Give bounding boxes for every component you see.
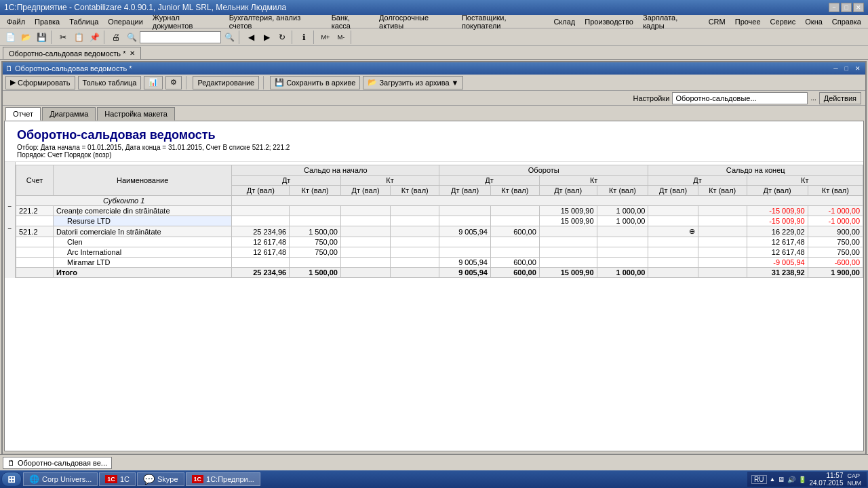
table-only-button[interactable]: Только таблица (78, 76, 142, 89)
close-button[interactable]: ✕ (853, 3, 864, 12)
minimize-button[interactable]: − (829, 3, 840, 12)
menu-bank[interactable]: Банк, касса (328, 13, 374, 30)
account-cell (16, 216, 54, 226)
tb-preview[interactable]: 🔍 (124, 30, 139, 45)
tab-report[interactable]: Отчет (5, 107, 41, 121)
t-dt-val: 600,00 (490, 226, 539, 237)
1c-icon: 1С (105, 475, 117, 483)
tb-forward[interactable]: ▶ (259, 30, 274, 45)
collapse-221-icon[interactable]: − (8, 203, 12, 210)
tb-m-plus[interactable]: M+ (318, 30, 333, 45)
tab-chart[interactable]: Диаграмма (42, 107, 96, 121)
settings-input[interactable] (672, 92, 808, 104)
tb-info[interactable]: ℹ (296, 30, 311, 45)
window-max[interactable]: □ (843, 65, 850, 72)
col-turnovers: Обороты (439, 165, 648, 176)
menu-production[interactable]: Производство (580, 17, 637, 26)
ss-dt-val: 750,00 (290, 247, 341, 258)
tb-m-minus[interactable]: M- (334, 30, 349, 45)
inner-sep1 (186, 76, 189, 89)
menu-file[interactable]: Файл (3, 17, 29, 26)
report-table: Счет Наименование Сальдо на начало Оборо… (16, 165, 863, 278)
turn-dt-head: Дт (439, 176, 540, 186)
load-icon: 📂 (368, 78, 377, 87)
settings-ellipsis[interactable]: ... (810, 94, 816, 102)
ss-kt (340, 226, 390, 237)
ss-kt (340, 247, 390, 258)
t-dt (439, 216, 491, 226)
menu-suppliers[interactable]: Поставщики, покупатели (458, 13, 548, 30)
tb-sep5 (313, 30, 316, 44)
doc-tab[interactable]: Оборотно-сальдовая ведомость * ✕ (3, 47, 141, 59)
tb-save[interactable]: 💾 (34, 30, 49, 45)
saldo-start-kt-head: Кт (340, 176, 439, 186)
menu-windows[interactable]: Окна (801, 17, 827, 26)
name-cell: Arc International (54, 247, 232, 258)
menu-journal[interactable]: Журнал документов (149, 13, 224, 30)
menu-edit[interactable]: Правка (31, 17, 64, 26)
collapse-221[interactable]: − (5, 201, 15, 211)
tb-refresh[interactable]: ↻ (275, 30, 290, 45)
report-content[interactable]: Оборотно-сальдовая ведомость Отбор: Дата… (4, 121, 864, 451)
inner-toolbar: ▶ Сформировать Только таблица 📊 ⚙ Редакт… (3, 75, 865, 91)
table-row: 221.2 Creanțe comerciale din străinătate… (16, 206, 863, 216)
account-cell: 221.2 (16, 206, 54, 216)
app-title: 1С:Предприятие - Contabilizare 4.0.90.1,… (4, 3, 286, 12)
tb-copy[interactable]: 📋 (71, 30, 86, 45)
h-t-dt: Дт (вал) (439, 186, 491, 196)
menu-salary[interactable]: Зарплата, кадры (639, 13, 703, 30)
taskbar-1cpred[interactable]: 1С 1С:Предпри... (186, 472, 260, 486)
tb-back[interactable]: ◀ (243, 30, 258, 45)
edit-button[interactable]: Редактирование (193, 76, 259, 89)
tb-paste[interactable]: 📌 (87, 30, 102, 45)
tab-layout[interactable]: Настройка макета (97, 107, 175, 121)
t-dt-val (490, 247, 539, 258)
se-kt: -15 009,90 (747, 206, 808, 216)
chart-btn[interactable]: 📊 (144, 76, 163, 89)
tb-cut[interactable]: ✂ (56, 30, 71, 45)
saldo-start-dt-head: Дт (232, 176, 341, 186)
subconto-header: Субконто 1 (16, 196, 232, 206)
ss-dt (232, 258, 290, 268)
taskbar-1c[interactable]: 1С 1С (99, 472, 136, 486)
menu-other[interactable]: Прочее (731, 17, 765, 26)
load-archive-button[interactable]: 📂 Загрузить из архива ▼ (363, 76, 463, 89)
search-input[interactable] (140, 31, 221, 43)
ss-kt-val (391, 258, 439, 268)
form-button[interactable]: ▶ Сформировать (5, 76, 75, 89)
tb-print[interactable]: 🖨 (108, 30, 123, 45)
1cpred-icon: 1С (192, 475, 204, 483)
actions-button[interactable]: Действия (819, 92, 861, 104)
menu-assets[interactable]: Долгосрочные активы (375, 13, 456, 30)
collapse-521[interactable]: − (5, 224, 15, 234)
t-kt-val (597, 237, 648, 247)
collapse-521-icon[interactable]: − (8, 225, 12, 232)
menu-table[interactable]: Таблица (65, 17, 102, 26)
menu-accounting[interactable]: Бухгалтерия, анализ счетов (225, 13, 326, 30)
save-archive-button[interactable]: 💾 Сохранить в архиве (270, 76, 360, 89)
maximize-button[interactable]: □ (841, 3, 852, 12)
tb-search-go[interactable]: 🔍 (222, 30, 237, 45)
settings-label: Настройки (633, 94, 670, 102)
start-button[interactable]: ⊞ (1, 472, 22, 487)
ss-dt: 12 617,48 (232, 237, 290, 247)
t-kt: 15 009,90 (539, 268, 597, 278)
skype-icon: 💬 (143, 474, 155, 485)
taskbar-skype[interactable]: 💬 Skype (137, 472, 184, 486)
window-close[interactable]: ✕ (853, 65, 863, 72)
tb-new[interactable]: 📄 (3, 30, 18, 45)
taskbar-chrome[interactable]: 🌐 Corp Univers... (23, 472, 98, 486)
status-window-item[interactable]: 🗒 Оборотно-сальдовая ве... (3, 457, 112, 469)
menu-operations[interactable]: Операции (104, 17, 146, 26)
doc-tab-close[interactable]: ✕ (130, 49, 135, 57)
menu-service[interactable]: Сервис (766, 17, 800, 26)
menu-help[interactable]: Справка (828, 17, 865, 26)
menu-warehouse[interactable]: Склад (549, 17, 579, 26)
se-kt-val: 750,00 (808, 237, 863, 247)
tray-arrow[interactable]: ▲ (770, 476, 776, 483)
tb-open[interactable]: 📂 (18, 30, 33, 45)
window-min[interactable]: ─ (831, 65, 840, 72)
t-dt-val (490, 216, 539, 226)
menu-crm[interactable]: CRM (705, 17, 730, 26)
settings-icon-btn[interactable]: ⚙ (165, 76, 182, 89)
